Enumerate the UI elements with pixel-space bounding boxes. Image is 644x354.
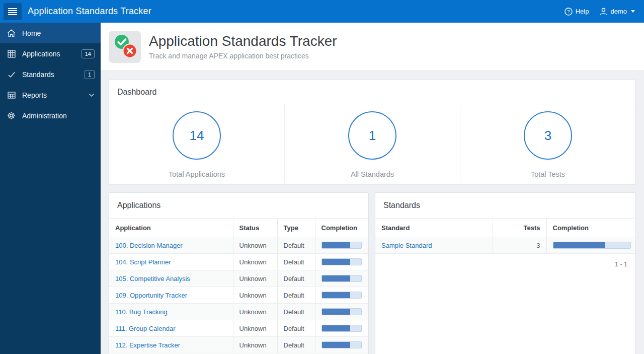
sidebar-nav: Home Applications 14 Standards 1 Reports…	[0, 23, 101, 354]
sidebar-item-applications[interactable]: Applications 14	[0, 43, 101, 64]
application-link[interactable]: 111. Group Calendar	[115, 325, 175, 332]
sidebar-item-administration[interactable]: Administration	[0, 105, 101, 126]
type-cell: Default	[277, 337, 315, 353]
type-cell: Default	[277, 270, 315, 287]
applications-count-badge: 14	[82, 49, 95, 58]
type-cell: Default	[277, 237, 315, 254]
table-header-row: Application Status Type Completion	[109, 219, 369, 237]
applications-card-title: Applications	[109, 193, 368, 218]
standard-link[interactable]: Sample Standard	[381, 242, 432, 249]
completion-progressbar	[321, 341, 362, 348]
home-icon	[7, 29, 16, 37]
stat-value: 14	[190, 128, 204, 144]
table-row: 105. Competitive Analysis Unknown Defaul…	[109, 270, 369, 287]
application-link[interactable]: 105. Competitive Analysis	[115, 275, 190, 282]
chevron-down-icon	[89, 93, 95, 97]
standards-count-badge: 1	[85, 70, 95, 79]
sidebar-item-standards[interactable]: Standards 1	[0, 64, 101, 85]
applications-card: Applications Application Status Type Com…	[109, 192, 369, 354]
grid-icon	[7, 49, 16, 58]
status-cell: Unknown	[233, 320, 277, 337]
sidebar-item-label: Home	[22, 29, 41, 37]
status-cell: Unknown	[233, 304, 277, 320]
app-bar: Application Standards Tracker ? Help dem…	[0, 0, 644, 23]
status-cell: Unknown	[233, 237, 277, 254]
column-header: Standard	[375, 219, 493, 237]
completion-progressbar	[321, 308, 362, 315]
application-link[interactable]: 109. Opportunity Tracker	[115, 292, 187, 299]
user-icon	[600, 8, 607, 16]
help-link[interactable]: ? Help	[565, 8, 589, 16]
table-row: 100. Decision Manager Unknown Default	[109, 237, 369, 254]
page-header: Application Standards Tracker Track and …	[101, 23, 644, 71]
applications-table: Application Status Type Completion 100. …	[109, 218, 369, 353]
dashboard-card-title: Dashboard	[109, 80, 635, 105]
status-cell: Unknown	[233, 270, 277, 287]
sidebar-item-label: Applications	[22, 50, 60, 58]
column-header: Application	[109, 219, 233, 237]
column-header: Tests	[493, 219, 546, 237]
content-body: Dashboard 14 Total Applications 1 All St…	[101, 71, 644, 354]
completion-progressbar	[321, 242, 362, 249]
svg-text:?: ?	[567, 9, 570, 14]
status-cell: Unknown	[233, 337, 277, 353]
stat-value: 1	[369, 128, 376, 144]
tests-cell: 3	[493, 237, 546, 254]
status-cell: Unknown	[233, 254, 277, 270]
table-row: 112. Expertise Tracker Unknown Default	[109, 337, 369, 353]
type-cell: Default	[277, 254, 315, 270]
table-row: 110. Bug Tracking Unknown Default	[109, 304, 369, 320]
check-icon	[7, 70, 16, 79]
standards-card: Standards Standard Tests Completion Samp…	[375, 192, 636, 354]
sidebar-item-label: Reports	[22, 91, 47, 99]
type-cell: Default	[277, 320, 315, 337]
sidebar-item-label: Standards	[22, 70, 54, 79]
table-row: 111. Group Calendar Unknown Default	[109, 320, 369, 337]
stat-circle: 3	[524, 111, 572, 160]
table-row: 109. Opportunity Tracker Unknown Default	[109, 287, 369, 304]
application-link[interactable]: 100. Decision Manager	[115, 242, 183, 249]
page-subtitle: Track and manage APEX application best p…	[149, 52, 337, 60]
stat-circle: 14	[173, 111, 221, 160]
type-cell: Default	[277, 304, 315, 320]
caret-down-icon	[631, 10, 635, 13]
main-region: Application Standards Tracker Track and …	[101, 23, 644, 354]
stat-circle: 1	[348, 111, 396, 160]
sidebar-item-home[interactable]: Home	[0, 23, 101, 43]
pagination-label: 1 - 1	[375, 254, 635, 275]
hamburger-icon	[8, 8, 17, 15]
sidebar-item-reports[interactable]: Reports	[0, 85, 101, 105]
user-menu[interactable]: demo	[600, 8, 635, 16]
page-title: Application Standards Tracker	[149, 33, 337, 49]
type-cell: Default	[277, 287, 315, 304]
application-link[interactable]: 112. Expertise Tracker	[115, 341, 180, 349]
report-table-icon	[7, 91, 16, 99]
column-header: Completion	[546, 219, 636, 237]
help-icon: ?	[565, 8, 573, 16]
completion-progressbar	[321, 292, 362, 299]
table-header-row: Standard Tests Completion	[375, 219, 636, 237]
dashboard-card: Dashboard 14 Total Applications 1 All St…	[109, 79, 636, 184]
check-and-cross-badge-icon	[109, 31, 141, 63]
status-cell: Unknown	[233, 287, 277, 304]
column-header: Completion	[315, 219, 369, 237]
app-title: Application Standards Tracker	[28, 6, 151, 17]
stat-all-standards: 1 All Standards	[284, 105, 460, 183]
standards-table: Standard Tests Completion Sample Standar…	[375, 218, 636, 254]
application-link[interactable]: 110. Bug Tracking	[115, 308, 168, 316]
hamburger-menu-button[interactable]	[4, 3, 22, 20]
stat-label: All Standards	[351, 170, 394, 178]
gear-icon	[7, 111, 16, 120]
table-row: Sample Standard 3	[375, 237, 636, 254]
column-header: Type	[277, 219, 315, 237]
standards-card-title: Standards	[375, 193, 635, 218]
help-label: Help	[576, 8, 589, 15]
completion-progressbar	[321, 275, 362, 282]
stat-total-tests: 3 Total Tests	[460, 105, 635, 183]
completion-progressbar	[321, 325, 362, 332]
stat-value: 3	[544, 128, 551, 144]
completion-progressbar	[321, 258, 362, 265]
table-row: 104. Script Planner Unknown Default	[109, 254, 369, 270]
application-link[interactable]: 104. Script Planner	[115, 258, 171, 266]
stat-total-applications: 14 Total Applications	[109, 105, 284, 183]
